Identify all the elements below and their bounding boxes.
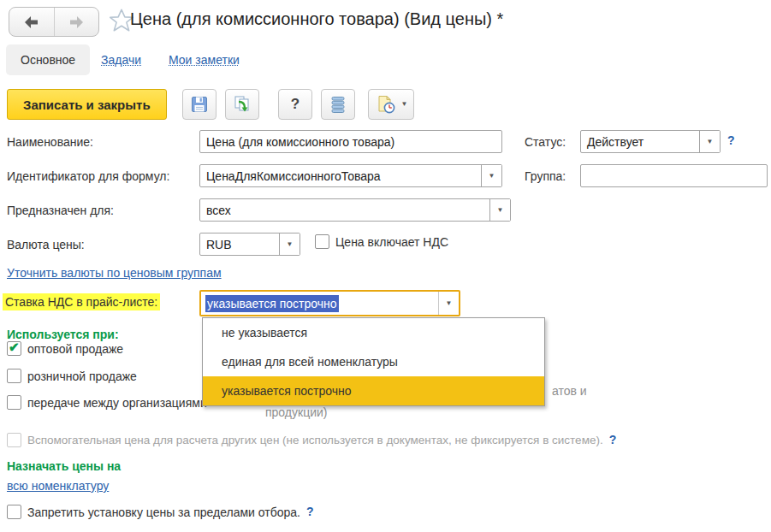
auxiliary-price-help-link[interactable]: ?: [609, 433, 617, 446]
forward-arrow-icon: [68, 16, 85, 28]
assign-prices-heading: Назначать цены на: [7, 459, 121, 473]
save-icon: [189, 94, 210, 115]
currency-label: Валюта цены:: [7, 238, 85, 251]
vat-included-label: Цена включает НДС: [335, 235, 448, 249]
restrict-price-help-link[interactable]: ?: [306, 505, 314, 518]
clipped-text-fragment: атов и: [552, 384, 587, 398]
price-kind-form-window: Цена (для комиссионного товара) (Вид цен…: [0, 0, 771, 532]
chevron-down-icon: ▼: [401, 101, 408, 108]
name-label: Наименование:: [7, 135, 93, 149]
chevron-down-icon: ▼: [707, 139, 714, 145]
save-button[interactable]: [182, 89, 216, 120]
help-button[interactable]: ?: [278, 89, 312, 120]
help-icon: ?: [291, 96, 300, 113]
transfer-label: передаче между организациями: [27, 396, 207, 410]
status-dropdown-button[interactable]: ▼: [699, 131, 720, 152]
auxiliary-price-row: Вспомогательная цена для расчета других …: [7, 433, 616, 447]
currency-select[interactable]: RUB ▼: [199, 233, 300, 256]
dropdown-option[interactable]: единая для всей номенклатуры: [203, 347, 544, 376]
identifier-value: ЦенаДляКомиссионногоТовара: [200, 169, 481, 183]
forward-button[interactable]: [55, 8, 99, 36]
status-select[interactable]: Действует ▼: [580, 130, 721, 153]
chevron-down-icon: ▼: [489, 173, 495, 180]
chevron-down-icon: ▼: [497, 207, 504, 214]
name-input[interactable]: Цена (для комиссионного товара): [199, 130, 502, 153]
dropdown-option[interactable]: не указывается: [203, 318, 544, 347]
retail-checkbox[interactable]: [7, 369, 21, 383]
history-menu-button[interactable]: ▼: [368, 89, 414, 120]
chevron-down-icon: ▼: [446, 300, 453, 307]
retail-label: розничной продаже: [27, 369, 137, 383]
vat-rate-select[interactable]: указывается построчно ▼: [199, 290, 460, 316]
transfer-checkbox[interactable]: [7, 395, 21, 410]
vat-included-row: Цена включает НДС: [315, 234, 448, 249]
auxiliary-price-checkbox[interactable]: [7, 433, 21, 447]
page-title: Цена (для комиссионного товара) (Вид цен…: [130, 9, 503, 29]
identifier-input[interactable]: ЦенаДляКомиссионногоТовара ▼: [199, 164, 502, 187]
restrict-price-row: Запретить установку цены за пределами от…: [7, 505, 314, 519]
clipped-text-fragment: продукции): [265, 405, 327, 419]
intended-for-label: Предназначен для:: [7, 204, 114, 217]
tab-my-notes[interactable]: Мои заметки: [169, 53, 240, 67]
post-document-button[interactable]: [225, 89, 259, 120]
chevron-down-icon: ▼: [287, 241, 294, 248]
identifier-dropdown-button[interactable]: ▼: [481, 165, 501, 186]
vat-included-checkbox[interactable]: [315, 234, 329, 249]
status-value: Действует: [581, 135, 699, 149]
group-input[interactable]: [580, 164, 768, 187]
history-icon: [375, 94, 397, 115]
registers-button[interactable]: [321, 89, 355, 120]
currency-dropdown-button[interactable]: ▼: [279, 233, 300, 255]
intended-for-value: всех: [200, 204, 489, 217]
vat-rate-label: Ставка НДС в прайс-листе:: [3, 293, 160, 310]
restrict-price-checkbox[interactable]: [7, 505, 21, 519]
restrict-price-label: Запретить установку цены за пределами от…: [27, 505, 300, 519]
currency-value: RUB: [200, 238, 279, 251]
identifier-label: Идентификатор для формул:: [7, 169, 169, 183]
vat-rate-dropdown-button[interactable]: ▼: [438, 292, 459, 315]
used-for-heading: Используется при:: [7, 328, 119, 341]
document-arrow-icon: [232, 94, 252, 115]
group-label: Группа:: [525, 169, 566, 183]
auxiliary-price-label: Вспомогательная цена для расчета других …: [27, 434, 603, 446]
used-for-item-transfer: передаче между организациями: [7, 395, 207, 410]
intended-for-dropdown-button[interactable]: ▼: [489, 199, 510, 221]
status-label: Статус:: [525, 135, 566, 149]
all-nomenclature-link[interactable]: всю номенклатуру: [7, 479, 109, 493]
used-for-item-retail: розничной продаже: [7, 369, 137, 383]
status-help-link[interactable]: ?: [727, 133, 735, 147]
vat-rate-value: указывается построчно: [205, 295, 339, 312]
wholesale-checkbox[interactable]: [7, 341, 21, 356]
back-arrow-icon: [23, 16, 40, 28]
wholesale-label: оптовой продаже: [27, 342, 123, 356]
stack-icon: [328, 94, 348, 115]
intended-for-select[interactable]: всех ▼: [199, 198, 511, 222]
refine-currencies-link[interactable]: Уточнить валюты по ценовым группам: [7, 266, 222, 280]
tab-main[interactable]: Основное: [6, 44, 90, 75]
vat-rate-dropdown-list: не указывается единая для всей номенклат…: [202, 317, 545, 406]
back-button[interactable]: [9, 8, 55, 36]
nav-button-group: [9, 7, 99, 37]
tab-tasks[interactable]: Задачи: [101, 53, 141, 67]
dropdown-option[interactable]: указывается построчно: [203, 376, 544, 405]
name-value: Цена (для комиссионного товара): [200, 135, 501, 149]
save-and-close-button[interactable]: Записать и закрыть: [7, 89, 167, 120]
used-for-item-wholesale: оптовой продаже: [7, 341, 123, 356]
